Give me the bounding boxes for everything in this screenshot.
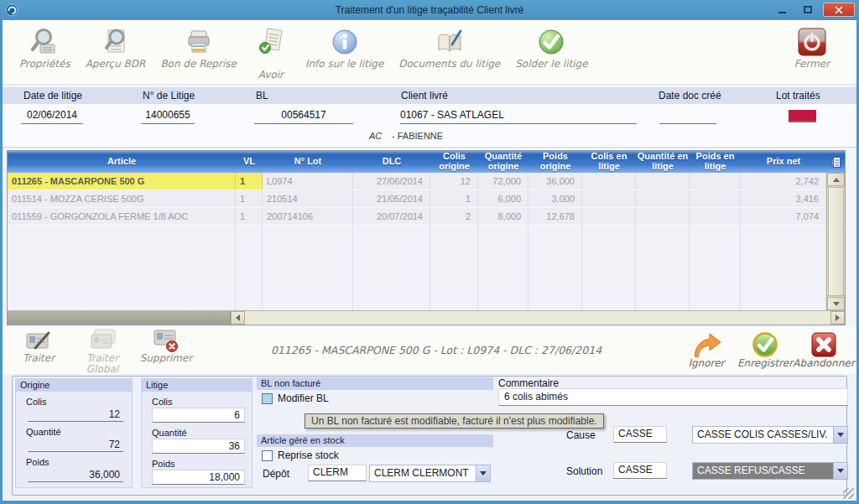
save-check-icon xyxy=(750,331,780,358)
cause-dropdown-value: CASSE COLIS CASSES/LIV. xyxy=(693,427,833,443)
cause-code-input[interactable]: CASSE xyxy=(613,426,667,443)
cell-poids-origine: 12,678 xyxy=(528,208,582,225)
modifier-bl-checkbox[interactable]: Modifier BL xyxy=(262,392,329,404)
col-dlc[interactable]: DLC xyxy=(353,151,430,173)
num-litige-value[interactable]: 14000655 xyxy=(141,109,195,124)
close-button[interactable] xyxy=(823,3,855,17)
depot-dropdown[interactable]: CLERM CLERMONT xyxy=(369,465,491,482)
table-rows: 011265 - MASCARPONE 500 G 1 L0974 27/06/… xyxy=(8,173,826,310)
supprimer-button[interactable]: Supprimer xyxy=(140,326,192,376)
origine-quantite-label: Quantité xyxy=(26,427,132,437)
proprietes-button[interactable]: Propriétés xyxy=(14,23,75,71)
table-hscrollbar[interactable] xyxy=(8,310,845,325)
enregistrer-button[interactable]: Enregistrer xyxy=(739,331,791,369)
solder-litige-button[interactable]: Solder le litige xyxy=(510,23,592,71)
bon-de-reprise-button[interactable]: Bon de Reprise xyxy=(155,23,242,71)
minimize-button[interactable] xyxy=(771,3,794,17)
fermer-button[interactable]: Fermer xyxy=(788,23,836,71)
contact-row: AC - FABIENNE xyxy=(3,127,856,148)
abort-cross-icon xyxy=(809,331,839,358)
cell-quantite-litige xyxy=(636,208,690,225)
solution-code-input[interactable]: CASSE xyxy=(613,462,667,479)
col-colis-origine[interactable]: Colis origine xyxy=(430,151,478,173)
col-num-lot[interactable]: N° Lot xyxy=(263,151,353,173)
main-toolbar: Propriétés Aperçu BDR Bon de Reprise Avo… xyxy=(3,20,856,85)
field-values-row: 02/06/2014 14000655 00564517 01067 - SAS… xyxy=(3,104,856,127)
table-row-2[interactable]: 011514 - MOZZA CERISE 500G 1 210514 21/0… xyxy=(8,190,826,208)
origine-panel: Origine Colis 12 Quantité 72 Poids 36,00… xyxy=(15,378,133,488)
cell-vl: 1 xyxy=(236,208,263,225)
chevron-down-icon[interactable] xyxy=(833,463,847,479)
hscroll-thumb[interactable] xyxy=(8,311,231,325)
cause-dropdown[interactable]: CASSE COLIS CASSES/LIV. xyxy=(692,426,848,444)
col-poids-litige[interactable]: Poids en litige xyxy=(690,151,741,173)
ignorer-button[interactable]: Ignorer xyxy=(680,331,732,369)
cell-lot: L0974 xyxy=(263,173,353,190)
cell-quantite-origine: 6,000 xyxy=(478,190,528,207)
traiter-button[interactable]: Traiter xyxy=(13,326,65,376)
depot-code-input[interactable]: CLERM xyxy=(308,465,367,481)
cell-prix-net: 3,416 xyxy=(741,190,826,207)
enregistrer-label: Enregistrer xyxy=(737,358,793,369)
date-litige-value[interactable]: 02/06/2014 xyxy=(21,109,83,124)
avoir-button[interactable]: Avoir xyxy=(247,23,295,82)
cell-poids-litige xyxy=(690,173,741,190)
fermer-label: Fermer xyxy=(794,59,830,70)
info-litige-label: Info sur le litige xyxy=(305,59,383,70)
table-row-3[interactable]: 011559 - GORGONZOLA FERME 1/8 AOC 1 2007… xyxy=(8,208,826,226)
info-litige-button[interactable]: Info sur le litige xyxy=(300,23,388,71)
col-prix-net[interactable]: Prix net xyxy=(741,151,826,173)
col-colis-litige[interactable]: Colis en litige xyxy=(582,151,636,173)
cell-article: 011265 - MASCARPONE 500 G xyxy=(8,173,236,190)
modifier-bl-label: Modifier BL xyxy=(278,392,329,404)
bon-de-reprise-label: Bon de Reprise xyxy=(160,59,237,70)
resize-grip[interactable] xyxy=(843,488,854,499)
reprise-stock-label: Reprise stock xyxy=(278,449,339,461)
litige-poids-input[interactable]: 18,000 xyxy=(152,470,245,485)
num-litige-label: N° de Litige xyxy=(143,90,195,101)
scroll-right-icon[interactable] xyxy=(830,311,845,325)
vscroll-thumb[interactable] xyxy=(828,187,844,296)
abandonner-button[interactable]: Abandonner xyxy=(798,331,850,369)
bl-label: BL xyxy=(256,90,268,101)
col-quantite-litige[interactable]: Quantité en litige xyxy=(636,151,690,173)
table-empty-area xyxy=(8,226,826,310)
col-article[interactable]: Article xyxy=(8,151,236,173)
maximize-button[interactable] xyxy=(797,3,820,17)
solution-dropdown[interactable]: CASSE REFUS/CASSE xyxy=(692,462,848,480)
litige-quantite-input[interactable]: 36 xyxy=(152,439,245,454)
date-doc-cree-value[interactable] xyxy=(659,109,716,124)
commentaire-input[interactable]: 6 colis abimés xyxy=(498,388,848,406)
col-quantite-origine[interactable]: Quantité origine xyxy=(478,151,528,173)
checkbox-icon[interactable] xyxy=(262,450,273,461)
checkbox-icon[interactable] xyxy=(262,393,273,404)
app-window: Traitement d'un litige traçabilité Clien… xyxy=(0,0,859,504)
cell-quantite-litige xyxy=(636,190,690,207)
bl-value[interactable]: 00564517 xyxy=(254,109,353,124)
scroll-up-icon[interactable] xyxy=(827,173,845,186)
chevron-down-icon[interactable] xyxy=(476,465,490,481)
client-livre-value[interactable]: 01067 - SAS ATLAGEL xyxy=(400,109,637,124)
col-vl[interactable]: VL xyxy=(236,151,263,173)
chevron-down-icon[interactable] xyxy=(833,427,847,443)
origine-colis-label: Colis xyxy=(26,397,132,407)
table-row-1[interactable]: 011265 - MASCARPONE 500 G 1 L0974 27/06/… xyxy=(8,173,826,190)
column-chooser-icon[interactable] xyxy=(826,151,845,173)
col-poids-origine[interactable]: Poids origine xyxy=(528,151,582,173)
documents-litige-label: Documents du litige xyxy=(398,59,500,70)
hscroll-track[interactable] xyxy=(245,311,830,325)
scroll-left-icon[interactable] xyxy=(231,311,245,325)
litige-colis-input[interactable]: 6 xyxy=(152,408,245,423)
cell-colis-origine: 2 xyxy=(430,208,478,225)
table-vscrollbar[interactable] xyxy=(826,173,845,310)
lot-traites-label: Lot traités xyxy=(776,90,820,101)
abandonner-label: Abandonner xyxy=(793,358,854,369)
selected-line-info: 011265 - MASCARPONE 500 G - Lot : L0974 … xyxy=(271,344,601,356)
documents-litige-button[interactable]: Documents du litige xyxy=(393,23,505,71)
scroll-down-icon[interactable] xyxy=(827,297,845,310)
card-delete-icon xyxy=(152,326,180,353)
apercu-bdr-button[interactable]: Aperçu BDR xyxy=(81,23,151,71)
reprise-stock-checkbox[interactable]: Reprise stock xyxy=(262,449,339,461)
traiter-global-button[interactable]: Traiter Global xyxy=(76,326,128,376)
skip-arrow-icon xyxy=(690,331,723,358)
